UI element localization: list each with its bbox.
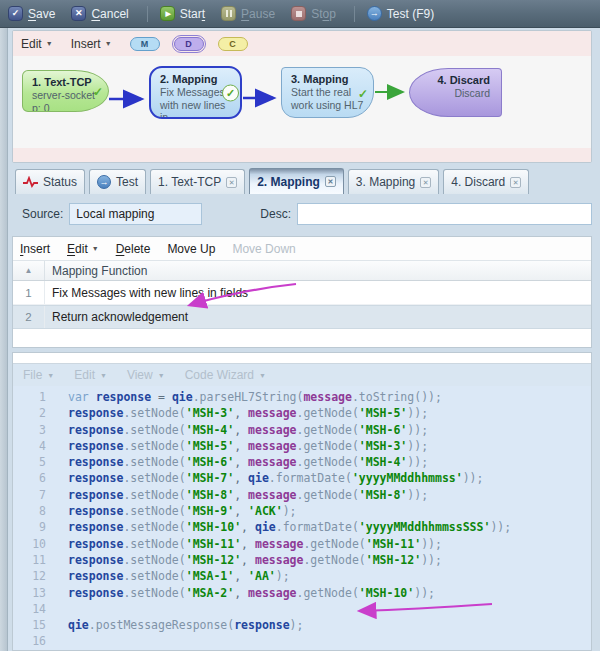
code-text: response.setNode('MSH-12', message.getNo… — [59, 552, 442, 568]
line-number: 10 — [13, 536, 59, 552]
source-value-field[interactable]: Local mapping — [69, 203, 202, 225]
code-token: message — [248, 455, 296, 469]
code-menu-label: Edit — [74, 368, 95, 382]
save-button[interactable]: ✓Save — [8, 6, 55, 21]
code-panel-top-strip — [13, 353, 591, 364]
code-token: .setNode( — [123, 439, 185, 453]
toolbar-button-label: Stop — [311, 7, 336, 21]
desc-input[interactable] — [297, 203, 592, 225]
code-menu-code-wizard[interactable]: Code Wizard▼ — [185, 368, 266, 382]
code-menu-file[interactable]: File▼ — [23, 368, 54, 382]
test-f9-button[interactable]: →Test (F9) — [367, 6, 434, 21]
code-line[interactable]: 15qie.postMessageResponse(response); — [13, 617, 591, 633]
flow-node-4-discard[interactable]: 4. DiscardDiscard — [409, 68, 502, 117]
code-menu-edit[interactable]: Edit▼ — [74, 368, 107, 382]
row-mapping-function: Fix Messages with new lines in fields — [45, 286, 248, 300]
table-row[interactable]: 2Return acknowledgement — [13, 305, 591, 329]
code-menu-view[interactable]: View▼ — [127, 368, 165, 382]
code-token: 'MSH-8' — [359, 488, 407, 502]
code-token: , — [234, 455, 248, 469]
grid-header[interactable]: ▲ Mapping Function — [13, 260, 591, 281]
code-line[interactable]: 3response.setNode('MSH-4', message.getNo… — [13, 422, 591, 438]
code-token: message — [255, 537, 303, 551]
code-line[interactable]: 14 — [13, 601, 591, 617]
line-number: 11 — [13, 552, 59, 568]
code-line[interactable]: 12response.setNode('MSA-1', 'AA'); — [13, 568, 591, 584]
code-line[interactable]: 5response.setNode('MSH-6', message.getNo… — [13, 454, 591, 470]
move-up-button[interactable]: Move Up — [167, 242, 215, 256]
code-token: ); — [283, 504, 297, 518]
code-line[interactable]: 4response.setNode('MSH-5', message.getNo… — [13, 438, 591, 454]
tab-1-text-tcp[interactable]: 1. Text-TCP✕ — [150, 169, 245, 194]
row-number: 1 — [13, 281, 45, 304]
close-icon[interactable]: ✕ — [226, 177, 237, 188]
tab-test[interactable]: →Test — [89, 169, 146, 194]
code-line[interactable]: 13response.setNode('MSA-2', message.getN… — [13, 585, 591, 601]
flow-menu-insert[interactable]: Insert▼ — [71, 37, 112, 51]
code-line[interactable]: 8response.setNode('MSH-9', 'ACK'); — [13, 503, 591, 519]
tab-3-mapping[interactable]: 3. Mapping✕ — [348, 169, 439, 194]
node-description-line: work using HL7 — [291, 99, 365, 112]
code-token: response — [68, 586, 123, 600]
code-token: , — [241, 553, 255, 567]
code-text: var response = qie.parseHL7String(messag… — [59, 389, 442, 405]
main-area: Edit▼Insert▼MDC 1. Text-TCPserve — [8, 28, 600, 651]
code-token: , — [234, 488, 248, 502]
code-token: 'MSH-3' — [359, 439, 407, 453]
pause-button: Pause — [221, 6, 275, 21]
list-toolbar-label: Move Down — [232, 242, 295, 256]
code-token: .toString()); — [352, 390, 442, 404]
node-description-line: Start the real — [291, 86, 365, 99]
tab-status[interactable]: Status — [15, 169, 85, 194]
code-token: , — [234, 569, 248, 583]
arrow-icon: → — [97, 175, 111, 189]
code-line[interactable]: 16 — [13, 633, 591, 649]
code-line[interactable]: 7response.setNode('MSH-8', message.getNo… — [13, 487, 591, 503]
flow-node-3-mapping[interactable]: 3. MappingStart the realwork using HL7✓ — [281, 67, 374, 118]
code-menu-label: Code Wizard — [185, 368, 254, 382]
flow-node-1-text-tcp[interactable]: 1. Text-TCPserver-socketp: 0✓ — [22, 70, 109, 112]
code-line[interactable]: 11response.setNode('MSH-12', message.get… — [13, 552, 591, 568]
code-line[interactable]: 9response.setNode('MSH-10', qie.formatDa… — [13, 519, 591, 535]
edit-button[interactable]: Edit▼ — [67, 242, 99, 256]
code-token: 'MSH-9' — [186, 504, 234, 518]
insert-button[interactable]: Insert — [20, 242, 50, 256]
flow-menu-edit[interactable]: Edit▼ — [21, 37, 53, 51]
line-number: 13 — [13, 585, 59, 601]
line-number: 6 — [13, 470, 59, 486]
flow-canvas[interactable]: 1. Text-TCPserver-socketp: 0✓2. MappingF… — [13, 56, 591, 148]
badge-m[interactable]: M — [130, 37, 160, 51]
play-icon: ▶ — [160, 6, 175, 21]
code-text: response.setNode('MSH-3', message.getNod… — [59, 405, 428, 421]
code-token: 'MSH-6' — [186, 455, 234, 469]
close-icon[interactable]: ✕ — [325, 176, 336, 187]
start-button[interactable]: ▶Start — [160, 6, 205, 21]
code-token: )); — [421, 537, 442, 551]
code-text: response.setNode('MSA-1', 'AA'); — [59, 568, 290, 584]
table-row[interactable]: 1Fix Messages with new lines in fields — [13, 281, 591, 305]
close-icon[interactable]: ✕ — [420, 177, 431, 188]
tab-2-mapping[interactable]: 2. Mapping✕ — [249, 168, 344, 194]
code-line[interactable]: 2response.setNode('MSH-3', message.getNo… — [13, 405, 591, 421]
badge-c[interactable]: C — [218, 37, 248, 51]
column-header-mapping-function[interactable]: Mapping Function — [45, 264, 147, 278]
code-line[interactable]: 6response.setNode('MSH-7', qie.formatDat… — [13, 470, 591, 486]
close-icon[interactable]: ✕ — [510, 177, 521, 188]
code-text: response.setNode('MSH-11', message.getNo… — [59, 536, 442, 552]
badge-d[interactable]: D — [174, 37, 204, 51]
code-token: response — [68, 423, 123, 437]
code-text: response.setNode('MSH-9', 'ACK'); — [59, 503, 297, 519]
left-splitter[interactable] — [0, 28, 8, 651]
code-line[interactable]: 1var response = qie.parseHL7String(messa… — [13, 389, 591, 405]
delete-button[interactable]: Delete — [116, 242, 151, 256]
flow-node-2-mapping[interactable]: 2. MappingFix Messageswith new lines inf… — [149, 66, 242, 119]
cancel-button[interactable]: ✕Cancel — [71, 6, 128, 21]
code-line[interactable]: 10response.setNode('MSH-11', message.get… — [13, 536, 591, 552]
line-number: 5 — [13, 454, 59, 470]
code-text: response.setNode('MSH-6', message.getNod… — [59, 454, 428, 470]
code-area[interactable]: 1var response = qie.parseHL7String(messa… — [13, 386, 591, 650]
sort-arrow-icon[interactable]: ▲ — [13, 261, 45, 280]
tab-4-discard[interactable]: 4. Discard✕ — [443, 169, 529, 194]
code-text: response.setNode('MSH-7', qie.formatDate… — [59, 470, 483, 486]
code-token: 'MSH-8' — [186, 488, 234, 502]
